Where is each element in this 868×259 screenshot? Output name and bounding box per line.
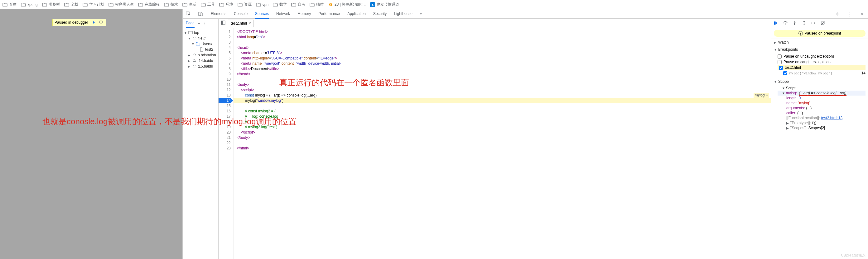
bookmark-label: 书签栏 xyxy=(49,2,60,7)
scope-arguments[interactable]: arguments: (...) xyxy=(778,106,866,111)
code-line[interactable]: <meta charset="UTF-8"> xyxy=(234,50,771,56)
more-navigator-icon[interactable]: » xyxy=(198,21,200,26)
devtools-tab-elements[interactable]: Elements xyxy=(211,9,226,19)
bookmark-item[interactable]: 数学 xyxy=(273,2,287,7)
code-line[interactable]: </body> xyxy=(234,135,771,140)
code-line[interactable]: <title>Document</title> xyxy=(234,66,771,72)
bookmark-item[interactable]: 书签栏 xyxy=(42,2,60,7)
scope-section[interactable]: ▼Scope xyxy=(771,78,868,85)
scope-prototype[interactable]: ▶ [[Prototype]]: f () xyxy=(778,120,866,125)
bookmark-item[interactable]: vpn xyxy=(256,2,269,7)
bookmark-item[interactable]: 工具 xyxy=(201,2,215,7)
step-out-icon[interactable] xyxy=(802,21,807,26)
devtools-tab-security[interactable]: Security xyxy=(373,9,386,19)
devtools-tab-performance[interactable]: Performance xyxy=(318,9,340,19)
scope-scopes[interactable]: ▶ [[Scopes]]: Scopes[2] xyxy=(778,125,866,131)
watch-section[interactable]: ▶Watch xyxy=(771,39,868,46)
code-line[interactable]: <meta http-equiv="X-UA-Compatible" conte… xyxy=(234,56,771,61)
pause-uncaught-checkbox[interactable]: Pause on uncaught exceptions xyxy=(778,53,866,59)
tree-top[interactable]: ▼top xyxy=(184,30,217,36)
scope-name[interactable]: name: "mylog" xyxy=(778,101,866,106)
resume-icon[interactable] xyxy=(774,21,779,26)
resume-button[interactable] xyxy=(90,20,96,25)
file-tab-test2[interactable]: test2.html × xyxy=(228,20,254,27)
code-line[interactable]: </html> xyxy=(234,146,771,151)
inspect-element-icon[interactable] xyxy=(186,11,191,16)
devtools-tab-lighthouse[interactable]: Lighthouse xyxy=(394,9,412,19)
pause-caught-checkbox[interactable]: Pause on caught exceptions xyxy=(778,59,866,65)
code-line[interactable] xyxy=(234,140,771,146)
bookmark-item[interactable]: 自考 xyxy=(291,2,305,7)
code-line[interactable]: </head> xyxy=(234,72,771,77)
bookmark-item[interactable]: 百度 xyxy=(2,2,17,7)
bookmark-item[interactable]: G23 | 热更新: 如何... xyxy=(328,2,366,7)
devtools-tab-application[interactable]: Application xyxy=(347,9,366,19)
bookmark-item[interactable]: 生活 xyxy=(182,2,196,7)
bookmark-item[interactable]: 学习计划 xyxy=(83,2,104,7)
tree-file-origin[interactable]: ▼file:// xyxy=(184,36,217,41)
line-gutter[interactable]: 1234567891011121314151617181920212223 xyxy=(219,28,234,259)
breakpoint-toggle[interactable] xyxy=(779,66,783,70)
close-tab-icon[interactable]: × xyxy=(249,21,251,26)
breakpoint-code-row[interactable]: mylog("window.mylog") 14 xyxy=(778,70,866,76)
bookmark-item[interactable]: 环境 xyxy=(219,2,233,7)
step-over-button[interactable] xyxy=(98,20,104,25)
code-line[interactable]: mylog("window.mylog") xyxy=(234,98,771,103)
code-line[interactable]: <html lang="en"> xyxy=(234,35,771,40)
bookmark-item[interactable]: 技术 xyxy=(164,2,178,7)
breakpoints-section[interactable]: ▼Breakpoints xyxy=(771,46,868,53)
bookmark-item[interactable]: 临时 xyxy=(310,2,323,7)
scope-function-location[interactable]: [[FunctionLocation]]: test2.html:13 xyxy=(778,115,866,120)
scope-length[interactable]: length: 0 xyxy=(778,96,866,101)
devtools-tab-memory[interactable]: Memory xyxy=(298,9,311,19)
breakpoint-line-toggle[interactable] xyxy=(783,71,787,75)
step-over-icon[interactable] xyxy=(783,21,788,26)
scope-script[interactable]: ▼ Script xyxy=(778,86,866,90)
code-line[interactable] xyxy=(234,40,771,45)
code-editor[interactable]: 1234567891011121314151617181920212223 <!… xyxy=(219,28,771,259)
file-tree: ▼top ▼file:// ▼Users/ test2 ▶b.bdstation… xyxy=(183,28,218,71)
page-tab[interactable]: Page xyxy=(186,19,194,28)
tree-t15[interactable]: ▶t15.baidu xyxy=(184,64,217,69)
bookmark-item[interactable]: xpeng xyxy=(21,2,38,7)
close-devtools-icon[interactable]: ✕ xyxy=(860,11,865,16)
code-line[interactable]: </script> xyxy=(234,130,771,135)
settings-icon[interactable] xyxy=(835,11,840,16)
bookmark-item[interactable]: 程序员人生 xyxy=(108,2,134,7)
step-into-icon[interactable] xyxy=(793,21,798,26)
devtools-tab-network[interactable]: Network xyxy=(276,9,290,19)
bookmark-item[interactable]: 全栈 xyxy=(64,2,78,7)
bookmark-item[interactable]: 在线编程 xyxy=(138,2,160,7)
tree-users-folder[interactable]: ▼Users/ xyxy=(184,41,217,47)
deactivate-breakpoints-icon[interactable] xyxy=(820,21,826,26)
device-toolbar-icon[interactable] xyxy=(198,11,203,16)
tree-t14[interactable]: ▶t14.baidu xyxy=(184,58,217,64)
tree-test2-file[interactable]: test2 xyxy=(184,47,217,52)
code-line[interactable]: <!DOCTYPE html> xyxy=(234,29,771,35)
code-line[interactable] xyxy=(234,103,771,109)
code-line[interactable]: // const mylog2 = { xyxy=(234,109,771,114)
file-tab-label: test2.html xyxy=(231,21,247,26)
tree-bdstation[interactable]: ▶b.bdstation xyxy=(184,52,217,58)
main-area: Paused in debugger ElementsConsoleSource… xyxy=(0,9,868,259)
code-line[interactable]: <head> xyxy=(234,45,771,50)
devtools-toolbar: ElementsConsoleSourcesNetworkMemoryPerfo… xyxy=(183,9,868,19)
more-tabs-icon[interactable]: » xyxy=(420,11,425,16)
code-line[interactable]: <script> xyxy=(234,87,771,93)
code-content[interactable]: <!DOCTYPE html><html lang="en"><head> <m… xyxy=(234,28,771,259)
code-line[interactable]: <meta name="viewport" content="width=dev… xyxy=(234,61,771,66)
bookmark-label: 建立传输通道 xyxy=(377,2,399,7)
scope-caller[interactable]: caller: (...) xyxy=(778,111,866,115)
step-icon[interactable] xyxy=(811,21,816,26)
toggle-navigator-icon[interactable] xyxy=(221,21,225,26)
code-line[interactable]: const mylog = (...arg) => console.log(..… xyxy=(234,93,771,98)
bookmark-label: 百度 xyxy=(9,2,17,7)
navigator-menu-icon[interactable]: ⋮ xyxy=(203,21,207,26)
breakpoint-entry[interactable]: test2.html xyxy=(778,65,866,70)
bookmark-item[interactable]: 资源 xyxy=(238,2,252,7)
bookmark-item[interactable]: a建立传输通道 xyxy=(370,2,399,7)
devtools-tab-sources[interactable]: Sources xyxy=(255,9,269,19)
more-options-icon[interactable]: ⋮ xyxy=(847,11,852,16)
scope-mylog[interactable]: ▼ mylog: (...arg) => console.log(...arg) xyxy=(778,90,866,96)
devtools-tab-console[interactable]: Console xyxy=(234,9,248,19)
